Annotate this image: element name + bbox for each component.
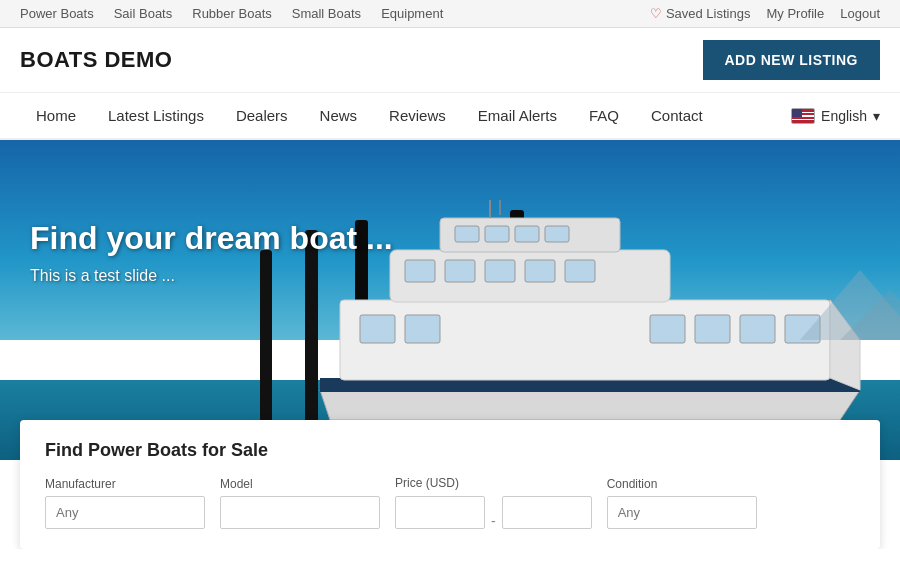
header: BOATS DEMO ADD NEW LISTING bbox=[0, 28, 900, 93]
svg-rect-5 bbox=[405, 260, 435, 282]
hero-subtitle: This is a test slide ... bbox=[30, 267, 393, 285]
svg-rect-12 bbox=[515, 226, 539, 242]
search-fields: Manufacturer Model Price (USD) - Conditi… bbox=[45, 476, 855, 529]
add-listing-button[interactable]: ADD NEW LISTING bbox=[703, 40, 881, 80]
site-logo: BOATS DEMO bbox=[20, 47, 172, 73]
topbar-link-sail-boats[interactable]: Sail Boats bbox=[114, 6, 173, 21]
svg-rect-14 bbox=[360, 315, 395, 343]
nav-faq[interactable]: FAQ bbox=[573, 93, 635, 138]
nav-home[interactable]: Home bbox=[20, 93, 92, 138]
condition-field-group: Condition bbox=[607, 477, 757, 529]
manufacturer-label: Manufacturer bbox=[45, 477, 205, 491]
nav-contact[interactable]: Contact bbox=[635, 93, 719, 138]
svg-marker-0 bbox=[320, 390, 860, 420]
manufacturer-input[interactable] bbox=[45, 496, 205, 529]
topbar-link-rubber-boats[interactable]: Rubber Boats bbox=[192, 6, 272, 21]
hero-text: Find your dream boat ... This is a test … bbox=[30, 220, 393, 285]
hero-title: Find your dream boat ... bbox=[30, 220, 393, 257]
top-bar-links: Power Boats Sail Boats Rubber Boats Smal… bbox=[20, 6, 443, 21]
nav-links: Home Latest Listings Dealers News Review… bbox=[20, 93, 719, 138]
search-heading: Find Power Boats for Sale bbox=[45, 440, 855, 461]
svg-rect-8 bbox=[525, 260, 555, 282]
saved-listings-label: Saved Listings bbox=[666, 6, 751, 21]
model-field-group: Model bbox=[220, 477, 380, 529]
top-bar-right: ♡ Saved Listings My Profile Logout bbox=[650, 6, 880, 21]
topbar-link-equipment[interactable]: Equipment bbox=[381, 6, 443, 21]
top-bar: Power Boats Sail Boats Rubber Boats Smal… bbox=[0, 0, 900, 28]
my-profile-link[interactable]: My Profile bbox=[766, 6, 824, 21]
heart-icon: ♡ bbox=[650, 6, 662, 21]
price-field-group: Price (USD) - bbox=[395, 476, 592, 529]
search-panel: Find Power Boats for Sale Manufacturer M… bbox=[20, 420, 880, 549]
condition-label: Condition bbox=[607, 477, 757, 491]
price-from-input[interactable] bbox=[395, 496, 485, 529]
saved-listings-link[interactable]: ♡ Saved Listings bbox=[650, 6, 751, 21]
horizon-illustration bbox=[600, 240, 900, 340]
chevron-down-icon: ▾ bbox=[873, 108, 880, 124]
language-label: English bbox=[821, 108, 867, 124]
condition-input[interactable] bbox=[607, 496, 757, 529]
svg-rect-11 bbox=[485, 226, 509, 242]
topbar-link-small-boats[interactable]: Small Boats bbox=[292, 6, 361, 21]
price-to-input[interactable] bbox=[502, 496, 592, 529]
nav-reviews[interactable]: Reviews bbox=[373, 93, 462, 138]
model-label: Model bbox=[220, 477, 380, 491]
nav-latest-listings[interactable]: Latest Listings bbox=[92, 93, 220, 138]
topbar-link-power-boats[interactable]: Power Boats bbox=[20, 6, 94, 21]
hero-banner: Find your dream boat ... This is a test … bbox=[0, 140, 900, 460]
svg-rect-13 bbox=[545, 226, 569, 242]
nav-news[interactable]: News bbox=[304, 93, 374, 138]
main-nav: Home Latest Listings Dealers News Review… bbox=[0, 93, 900, 140]
price-range: - bbox=[395, 495, 592, 529]
us-flag-icon bbox=[791, 108, 815, 124]
logout-link[interactable]: Logout bbox=[840, 6, 880, 21]
svg-rect-6 bbox=[445, 260, 475, 282]
manufacturer-field-group: Manufacturer bbox=[45, 477, 205, 529]
svg-rect-15 bbox=[405, 315, 440, 343]
svg-rect-9 bbox=[565, 260, 595, 282]
nav-dealers[interactable]: Dealers bbox=[220, 93, 304, 138]
svg-rect-10 bbox=[455, 226, 479, 242]
language-selector[interactable]: English ▾ bbox=[791, 108, 880, 124]
model-input[interactable] bbox=[220, 496, 380, 529]
price-label: Price (USD) bbox=[395, 476, 592, 490]
nav-email-alerts[interactable]: Email Alerts bbox=[462, 93, 573, 138]
svg-rect-7 bbox=[485, 260, 515, 282]
price-separator: - bbox=[491, 513, 496, 529]
